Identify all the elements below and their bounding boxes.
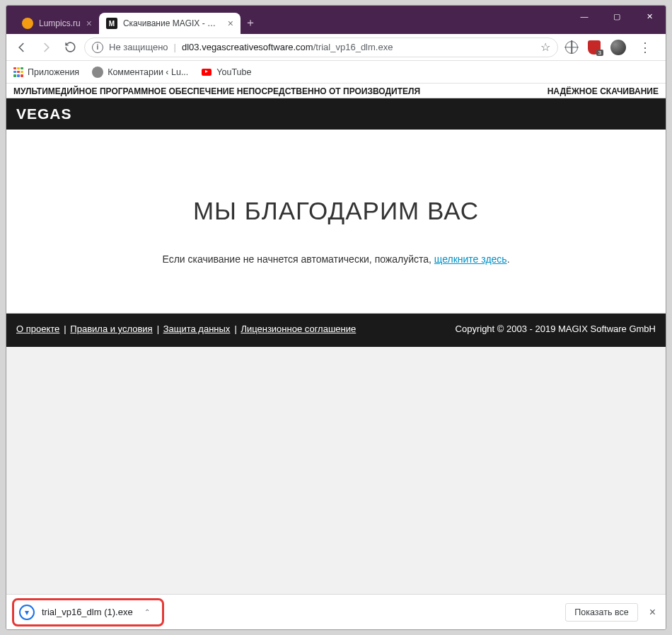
extension-icons: 3 ⋮ — [562, 40, 660, 55]
apps-button[interactable]: Приложения — [13, 67, 79, 77]
back-button[interactable] — [12, 38, 32, 57]
download-filename: trial_vp16_dlm (1).exe — [42, 607, 133, 617]
footer-link-privacy[interactable]: Защита данных — [163, 324, 231, 334]
tab-lumpics[interactable]: Lumpics.ru × — [15, 13, 99, 34]
brand-logo-text: VEGAS — [16, 105, 72, 122]
strip-right-text: НАДЁЖНОЕ СКАЧИВАНИЕ — [548, 86, 659, 96]
page-title: МЫ БЛАГОДАРИМ ВАС — [6, 197, 666, 225]
adblock-shield-icon[interactable]: 3 — [588, 40, 601, 55]
shield-badge: 3 — [596, 50, 603, 56]
tab-bar: Lumpics.ru × M Скачивание MAGIX - Мы бла… — [6, 6, 666, 34]
tab-label: Lumpics.ru — [39, 18, 81, 28]
forward-button[interactable] — [36, 38, 56, 57]
close-shelf-icon[interactable]: × — [647, 606, 659, 619]
close-window-button[interactable]: ✕ — [633, 6, 666, 27]
favicon-lumpics-icon — [22, 18, 33, 29]
reload-button[interactable] — [60, 38, 80, 57]
page-footer: О проекте| Правила и условия| Защита дан… — [6, 314, 666, 347]
footer-links: О проекте| Правила и условия| Защита дан… — [16, 324, 359, 334]
download-shelf-actions: Показать все × — [565, 603, 659, 622]
minimize-button[interactable]: — — [568, 6, 601, 27]
favicon-generic-icon — [92, 67, 103, 78]
info-strip: МУЛЬТИМЕДИЙНОЕ ПРОГРАММНОЕ ОБЕСПЕЧЕНИЕ Н… — [6, 84, 666, 98]
site-info-icon[interactable]: i — [92, 42, 103, 53]
bookmarks-bar: Приложения Комментарии ‹ Lu... YouTube — [6, 61, 666, 84]
tab-magix[interactable]: M Скачивание MAGIX - Мы благо... × — [99, 13, 241, 34]
show-all-button[interactable]: Показать все — [565, 603, 637, 622]
apps-label: Приложения — [28, 67, 79, 77]
tabs: Lumpics.ru × M Скачивание MAGIX - Мы бла… — [12, 6, 260, 34]
address-bar: i Не защищено | dl03.vegascreativesoftwa… — [6, 34, 666, 61]
omnibox[interactable]: i Не защищено | dl03.vegascreativesoftwa… — [84, 38, 558, 57]
download-item[interactable]: ▾ trial_vp16_dlm (1).exe ⌃ — [13, 600, 158, 625]
divider: | — [174, 42, 176, 52]
bookmark-label: Комментарии ‹ Lu... — [108, 67, 188, 77]
empty-area — [6, 347, 666, 594]
tab-label: Скачивание MAGIX - Мы благо... — [123, 18, 222, 28]
security-label: Не защищено — [109, 42, 168, 52]
browser-window: Lumpics.ru × M Скачивание MAGIX - Мы бла… — [6, 5, 666, 630]
bookmark-item-youtube[interactable]: YouTube — [201, 67, 251, 78]
main-area: МЫ БЛАГОДАРИМ ВАС Если скачивание не нач… — [6, 130, 666, 314]
maximize-button[interactable]: ▢ — [601, 6, 633, 27]
globe-icon[interactable] — [565, 41, 578, 54]
file-download-icon: ▾ — [19, 605, 35, 620]
brand-bar: VEGAS — [6, 98, 666, 130]
download-link[interactable]: щелкните здесь — [434, 253, 507, 265]
url-text: dl03.vegascreativesoftware.com/trial_vp1… — [182, 42, 393, 52]
bookmark-item-comments[interactable]: Комментарии ‹ Lu... — [92, 67, 188, 78]
footer-link-about[interactable]: О проекте — [16, 324, 59, 334]
menu-kebab-icon[interactable]: ⋮ — [636, 40, 654, 55]
favicon-youtube-icon — [201, 67, 212, 78]
strip-left-text: МУЛЬТИМЕДИЙНОЕ ПРОГРАММНОЕ ОБЕСПЕЧЕНИЕ Н… — [13, 86, 420, 96]
footer-link-terms[interactable]: Правила и условия — [70, 324, 152, 334]
profile-avatar[interactable] — [610, 40, 626, 55]
chevron-up-icon[interactable]: ⌃ — [144, 608, 150, 616]
page-content: МУЛЬТИМЕДИЙНОЕ ПРОГРАММНОЕ ОБЕСПЕЧЕНИЕ Н… — [6, 84, 666, 594]
apps-grid-icon — [13, 67, 23, 77]
tab-close-icon[interactable]: × — [228, 18, 233, 29]
window-controls: — ▢ ✕ — [568, 6, 666, 27]
footer-link-license[interactable]: Лицензионное соглашение — [241, 324, 356, 334]
tab-close-icon[interactable]: × — [86, 18, 92, 29]
bookmark-star-icon[interactable]: ☆ — [540, 40, 550, 54]
copyright-text: Copyright © 2003 - 2019 MAGIX Software G… — [456, 324, 656, 334]
bookmark-label: YouTube — [216, 67, 251, 77]
subtitle: Если скачивание не начнется автоматическ… — [6, 253, 666, 265]
new-tab-button[interactable]: ＋ — [241, 13, 260, 33]
download-shelf: ▾ trial_vp16_dlm (1).exe ⌃ Показать все … — [6, 594, 666, 629]
favicon-magix-icon: M — [106, 18, 117, 29]
